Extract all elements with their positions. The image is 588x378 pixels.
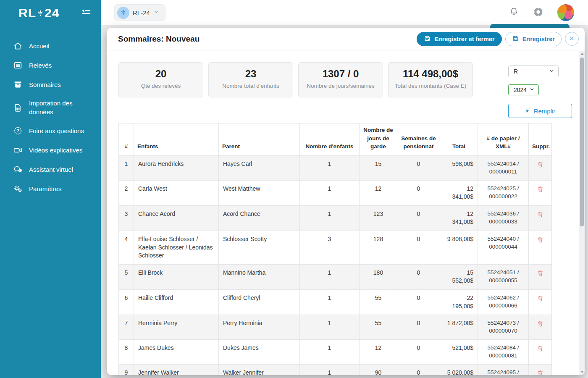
year-select[interactable]: 2024 — [508, 84, 539, 95]
sidebar-item-label: Assistant virtuel — [29, 165, 73, 174]
save-and-close-button[interactable]: Enregistrer et fermer — [417, 32, 501, 46]
type-select[interactable]: R — [508, 66, 559, 77]
play-icon — [525, 108, 530, 115]
trash-icon — [537, 372, 544, 375]
col-header-papier-xml: # de papier / XML# — [478, 123, 529, 156]
sidebar-item-sommaires[interactable]: Sommaires — [0, 75, 101, 94]
cell-enfants: Hailie Clifford — [134, 290, 219, 315]
cell-nb-enfants: 1 — [300, 315, 360, 340]
chat-bubbles-icon — [13, 164, 23, 174]
scroll-up-arrow-icon[interactable] — [580, 53, 584, 55]
card-days-weeks: 1307 / 0 Nombre de jours/semaines — [298, 62, 383, 97]
cell-semaines: 0 — [397, 205, 440, 231]
xml-number: 000000011 — [482, 168, 524, 176]
chevron-down-icon — [549, 68, 554, 75]
sidebar-item-faq[interactable]: ? Foire aux questions — [0, 121, 101, 140]
cell-num: 7 — [119, 315, 134, 340]
fleur-de-lis-badge-icon — [117, 7, 129, 19]
cell-nb-enfants: 1 — [300, 180, 360, 205]
card-label: Qté des relevés — [119, 83, 203, 89]
cell-enfants: Jennifer Walker — [134, 365, 219, 375]
cell-nb-enfants: 1 — [300, 290, 360, 315]
modal-scrollbar[interactable] — [579, 51, 585, 375]
cell-jours-garde: 128 — [360, 231, 397, 265]
card-value: 20 — [119, 68, 203, 80]
workspace-switcher[interactable]: RL-24 — [114, 4, 165, 21]
delete-row-button[interactable] — [536, 344, 545, 354]
help-lifering-icon[interactable] — [533, 6, 544, 19]
sidebar-item-importation[interactable]: Importation des données — [0, 94, 101, 121]
col-header-semaines: Semaines de pensionnat — [397, 123, 440, 156]
cell-num: 6 — [119, 290, 134, 315]
cell-semaines: 0 — [397, 155, 440, 180]
cell-jours-garde: 15 — [360, 155, 397, 180]
save-button[interactable]: Enregistrer — [505, 32, 562, 46]
cell-jours-garde: 12 — [360, 340, 397, 365]
delete-row-button[interactable] — [536, 160, 545, 170]
cell-parent: Perry Herminia — [219, 315, 300, 340]
card-value: 23 — [209, 68, 293, 80]
cell-papier-xml: 552424051 / 000000055 — [478, 264, 529, 289]
scrollbar-thumb[interactable] — [580, 58, 584, 226]
statements-list-icon — [13, 60, 23, 70]
sidebar-item-label: Foire aux questions — [29, 126, 84, 135]
cell-nb-enfants: 1 — [300, 205, 360, 231]
close-button[interactable] — [565, 32, 579, 46]
menu-toggle-icon[interactable] — [79, 5, 93, 21]
papier-number: 552424073 / — [482, 319, 524, 327]
user-avatar[interactable] — [557, 4, 574, 21]
cell-suppr — [529, 340, 552, 365]
cell-semaines: 0 — [397, 315, 440, 340]
papier-number: 552424062 / — [482, 294, 524, 302]
save-icon — [512, 35, 519, 43]
delete-row-button[interactable] — [536, 210, 545, 220]
delete-row-button[interactable] — [536, 185, 545, 195]
xml-number: 000000055 — [482, 277, 524, 285]
cell-papier-xml: 552424062 / 000000066 — [478, 290, 529, 315]
scroll-down-arrow-icon[interactable] — [580, 371, 584, 373]
cell-semaines: 0 — [397, 340, 440, 365]
card-label: Nombre total d'enfants — [209, 83, 293, 89]
home-icon — [13, 41, 23, 51]
cell-semaines: 0 — [397, 290, 440, 315]
delete-row-button[interactable] — [536, 294, 545, 304]
cell-num: 9 — [119, 365, 134, 375]
notifications-bell-icon[interactable] — [509, 7, 519, 19]
fill-button[interactable]: Remplir — [508, 104, 572, 118]
sidebar-item-label: Sommaires — [29, 80, 61, 89]
topbar: RL-24 — [101, 0, 588, 25]
summary-cards: 20 Qté des relevés 23 Nombre total d'enf… — [118, 62, 473, 97]
cell-parent: West Matthew — [219, 180, 300, 205]
delete-row-button[interactable] — [536, 369, 545, 375]
delete-row-button[interactable] — [536, 319, 545, 329]
xml-number: 000000066 — [482, 302, 524, 310]
sidebar-item-releves[interactable]: Relevés — [0, 55, 101, 75]
cell-enfants: Carla West — [134, 180, 219, 205]
sidebar-item-accueil[interactable]: Accueil — [0, 36, 101, 55]
sidebar-item-parametres[interactable]: Paramètres — [0, 179, 101, 198]
save-label: Enregistrer — [522, 36, 555, 42]
cell-papier-xml: 552424095 / 000000092 — [478, 365, 529, 375]
sidebar-item-label: Paramètres — [29, 184, 62, 193]
papier-number: 552424040 / — [482, 235, 524, 243]
sidebar-item-label: Relevés — [29, 61, 52, 70]
delete-row-button[interactable] — [536, 269, 545, 279]
page-title: Sommaires: Nouveau — [118, 34, 417, 44]
table-row: 6 Hailie Clifford Clifford Cheryl 1 55 0… — [119, 290, 552, 315]
papier-number: 552424051 / — [482, 269, 524, 277]
cell-num: 2 — [119, 180, 134, 205]
delete-row-button[interactable] — [536, 235, 545, 245]
cell-parent: Hayes Carl — [219, 155, 300, 180]
cell-num: 8 — [119, 340, 134, 365]
sidebar-item-assistant[interactable]: Assistant virtuel — [0, 160, 101, 179]
sidebar-item-videos[interactable]: Vidéos explicatives — [0, 140, 101, 160]
trash-icon — [537, 272, 544, 278]
cell-suppr — [529, 180, 552, 205]
cell-papier-xml: 552424014 / 000000011 — [478, 155, 529, 180]
papier-number: 552424036 / — [482, 210, 524, 218]
cell-suppr — [529, 315, 552, 340]
card-value: 1307 / 0 — [299, 68, 383, 80]
cell-total: 9 808,00$ — [440, 231, 478, 265]
logo-text-suffix: 24 — [45, 6, 59, 20]
summaries-box-icon — [13, 79, 23, 89]
